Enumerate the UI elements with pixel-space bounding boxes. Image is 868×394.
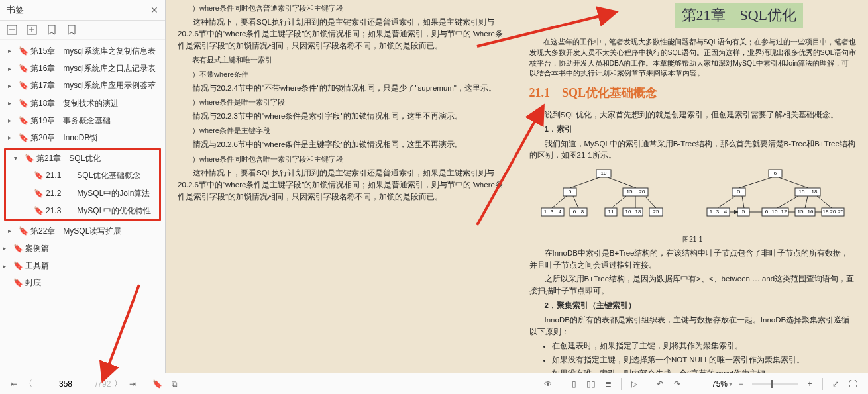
bookmark-icon: 🔖: [34, 170, 42, 181]
zoom-control: ▾: [694, 379, 732, 389]
svg-line-42: [718, 196, 735, 208]
bookmark-icon: 🔖: [19, 63, 27, 74]
bookmark-icon: 🔖: [13, 260, 21, 271]
svg-text:6: 6: [573, 209, 576, 215]
svg-text:4: 4: [559, 209, 562, 215]
bookmark-sub[interactable]: 🔖21.1 SQL优化基础概念: [31, 167, 159, 184]
close-icon[interactable]: ✕: [150, 5, 158, 15]
bookmark-node[interactable]: ▸🔖第20章 InnoDB锁: [0, 129, 165, 146]
svg-line-7: [570, 177, 600, 188]
svg-text:18: 18: [823, 209, 829, 215]
two-page-icon[interactable]: ▯▯: [584, 377, 598, 391]
svg-line-45: [805, 196, 808, 208]
body-text: 表有显式主键和唯一索引: [178, 54, 505, 66]
svg-text:25: 25: [838, 209, 844, 215]
first-page-icon[interactable]: ⇤: [7, 377, 21, 391]
svg-text:11: 11: [608, 209, 614, 215]
bookmark-node[interactable]: ▸🔖第19章 事务概念基础: [0, 112, 165, 129]
svg-line-15: [573, 196, 578, 208]
svg-text:18: 18: [812, 189, 818, 195]
svg-line-35: [739, 177, 772, 188]
bookmark-node[interactable]: ▸🔖第17章 mysql系统库应用示例荟萃: [0, 77, 165, 94]
svg-line-43: [742, 196, 744, 208]
body-text: 2．聚集索引（主键索引）: [529, 300, 857, 312]
body-text: ）where条件是唯一索引字段: [178, 97, 505, 108]
footer-toolbar: ⇤ 〈 /792 〉 ⇥ 🔖 ⧉ 👁 ▯ ▯▯ ≣ ▷ ↶ ↷ ▾ − + ⤢ …: [0, 373, 868, 394]
bookmark-node[interactable]: ▸🔖第16章 mysql系统库之日志记录表: [0, 60, 165, 77]
svg-text:1: 1: [710, 209, 713, 215]
bookmark-node[interactable]: ▸🔖第15章 mysql系统库之复制信息表: [0, 42, 165, 60]
body-text: ）where条件同时包含普通索引字段和主键字段: [178, 3, 505, 14]
svg-text:20: 20: [830, 209, 836, 215]
svg-text:16: 16: [808, 209, 814, 215]
svg-text:3: 3: [551, 209, 554, 215]
bookmark-sub[interactable]: 🔖21.2 MySQL中的Join算法: [31, 185, 159, 202]
bookmark-sub[interactable]: 🔖21.3 MySQL中的优化特性: [31, 202, 159, 219]
last-page-icon[interactable]: ⇥: [125, 377, 140, 391]
body-text: 我们知道，MySQL中的索引通常采用B-Tree结构，那么首先就要清楚B-Tre…: [529, 138, 857, 162]
prev-page-icon[interactable]: 〈: [21, 377, 36, 391]
bookmark-icon: 🔖: [19, 98, 27, 109]
fit-width-icon[interactable]: ⤢: [828, 377, 843, 391]
bookmark-icon: 🔖: [19, 132, 27, 143]
svg-text:3: 3: [716, 209, 720, 215]
svg-text:5: 5: [569, 189, 572, 195]
document-view[interactable]: ）where条件同时包含普通索引字段和主键字段 这种情况下，要看SQL执行计划用…: [166, 0, 868, 373]
bookmark-icon[interactable]: [66, 25, 77, 35]
bookmark-add-icon[interactable]: [46, 25, 57, 35]
bookmark-node[interactable]: ▸🔖工具篇: [0, 257, 165, 274]
page-total: /792: [95, 379, 111, 389]
bookmark-node[interactable]: ▸🔖第22章 MySQL读写扩展: [0, 222, 165, 240]
svg-text:18: 18: [635, 209, 641, 215]
bookmark-tree: ▸🔖第15章 mysql系统库之复制信息表 ▸🔖第16章 mysql系统库之日志…: [0, 40, 165, 373]
bookmark-icon: 🔖: [19, 115, 27, 126]
highlighted-chapter: ▾🔖第21章 SQL优化 🔖21.1 SQL优化基础概念 🔖21.2 MySQL…: [4, 148, 161, 221]
bookmark-node[interactable]: ▸🔖第18章 复制技术的演进: [0, 95, 165, 112]
separator: [621, 378, 622, 390]
bookmark-icon: 🔖: [19, 46, 27, 56]
body-text: 这种情况下，要看SQL执行计划用到的是主键索引还是普通索引，如果是主键索引则与2…: [178, 168, 505, 203]
svg-text:20: 20: [639, 189, 645, 195]
zoom-out-icon[interactable]: −: [733, 377, 748, 391]
svg-text:10: 10: [601, 170, 607, 176]
collapse-icon[interactable]: [27, 25, 37, 35]
separator: [822, 378, 823, 390]
svg-line-8: [608, 177, 636, 188]
attach-icon[interactable]: ⧉: [167, 377, 182, 391]
rotate-left-icon[interactable]: ↶: [653, 377, 667, 391]
body-text: ）不带where条件: [178, 69, 505, 80]
bookmark-icon: 🔖: [13, 277, 21, 288]
play-icon[interactable]: ▷: [627, 377, 641, 391]
svg-text:8: 8: [581, 209, 584, 215]
page-input[interactable]: [36, 379, 95, 389]
body-text: ）where条件是主键字段: [178, 125, 505, 136]
btree-diagram: 10 5 1520 134 68 11 1618 25: [540, 168, 666, 228]
fullscreen-icon[interactable]: ⛶: [845, 377, 860, 391]
expand-icon[interactable]: [7, 25, 17, 35]
svg-text:5: 5: [737, 189, 741, 195]
list-item: 如果没有指定主键，则选择第一个NOT NULL的唯一索引作为聚集索引。: [552, 354, 856, 366]
bookmarks-sidebar: 书签 ✕ ▸🔖第15章 mysql系统库之复制信息表 ▸🔖第16章 mysql系…: [0, 0, 166, 373]
bookmark-node[interactable]: 🔖封底: [0, 274, 165, 291]
continuous-icon[interactable]: ≣: [601, 377, 616, 391]
bookmark-node[interactable]: ▸🔖案例篇: [0, 240, 165, 257]
eye-icon[interactable]: 👁: [541, 377, 555, 391]
single-page-icon[interactable]: ▯: [567, 377, 581, 391]
svg-line-18: [645, 196, 656, 208]
list-item: 在创建表时，如果指定了主键，则将其作为聚集索引。: [552, 340, 856, 352]
svg-text:15: 15: [627, 189, 633, 195]
bookmark-toggle-icon[interactable]: 🔖: [150, 377, 164, 391]
svg-text:15: 15: [799, 189, 805, 195]
body-text: 之所以采用B+Tree结构，是因为数据库中有>、<、between … and这…: [529, 273, 857, 297]
svg-line-14: [552, 196, 567, 208]
separator: [690, 378, 690, 390]
separator: [647, 378, 647, 390]
chevron-down-icon[interactable]: ▾: [729, 380, 732, 387]
rotate-right-icon[interactable]: ↷: [670, 377, 684, 391]
bookmark-node-open[interactable]: ▾🔖第21章 SQL优化: [6, 150, 159, 167]
zoom-slider[interactable]: [752, 383, 798, 385]
zoom-input[interactable]: [694, 379, 728, 389]
separator: [561, 378, 561, 390]
next-page-icon[interactable]: 〉: [111, 377, 125, 391]
zoom-in-icon[interactable]: +: [802, 377, 817, 391]
